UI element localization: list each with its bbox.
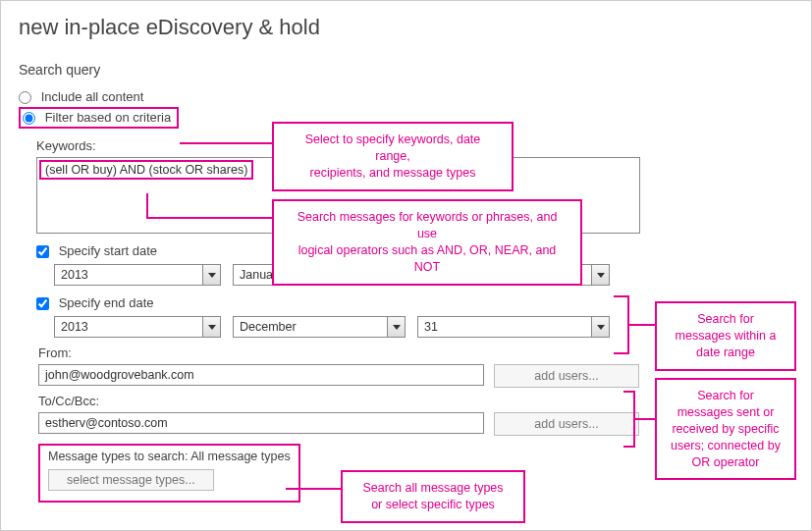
callout-filter-criteria: Select to specify keywords, date range, … (272, 122, 514, 191)
radio-include-all[interactable]: Include all content (19, 89, 793, 104)
connector-users (635, 418, 655, 420)
specify-start-date-label: Specify start date (59, 243, 157, 258)
callout-daterange: Search for messages within a date range (655, 301, 796, 371)
chevron-down-icon (202, 265, 220, 285)
end-month-value: December (240, 320, 297, 334)
chevron-down-icon (202, 317, 220, 337)
from-input[interactable]: john@woodgrovebank.com (38, 364, 484, 386)
end-day-select[interactable]: 31 (417, 316, 610, 338)
end-year-value: 2013 (61, 320, 88, 334)
chevron-down-icon (591, 265, 609, 285)
from-value: john@woodgrovebank.com (45, 368, 194, 382)
start-year-select[interactable]: 2013 (54, 264, 221, 286)
end-year-select[interactable]: 2013 (54, 316, 221, 338)
radio-include-all-label: Include all content (41, 89, 144, 104)
connector-kw-h (146, 217, 272, 219)
specify-start-date-checkbox[interactable] (36, 245, 49, 258)
specify-end-date-label: Specify end date (59, 295, 154, 310)
start-year-value: 2013 (61, 268, 88, 282)
connector-daterange (629, 324, 655, 326)
tocc-input[interactable]: estherv@contoso.com (38, 412, 484, 434)
chevron-down-icon (591, 317, 609, 337)
callout-message-types: Search all message types or select speci… (341, 470, 525, 523)
radio-filter-criteria-label: Filter based on criteria (45, 110, 172, 125)
callout-users: Search for messages sent or received by … (655, 378, 796, 480)
bracket-users (623, 391, 635, 448)
tocc-value: estherv@contoso.com (45, 416, 168, 430)
select-message-types-button[interactable]: select message types... (48, 469, 214, 491)
keywords-value: (sell OR buy) AND (stock OR shares) (39, 160, 253, 180)
radio-filter-criteria[interactable]: Filter based on criteria (19, 107, 179, 129)
end-month-select[interactable]: December (233, 316, 406, 338)
message-types-title: Message types to search: All message typ… (48, 450, 291, 463)
radio-filter-criteria-input[interactable] (23, 112, 35, 125)
section-heading: Search query (19, 62, 793, 78)
bracket-daterange (614, 295, 629, 354)
connector-filter (180, 142, 274, 144)
radio-include-all-input[interactable] (19, 91, 31, 104)
page-title: new in-place eDiscovery & hold (19, 15, 793, 40)
connector-types (286, 488, 341, 490)
connector-kw-v (146, 193, 148, 217)
tocc-add-users-button[interactable]: add users... (494, 412, 639, 436)
message-types-box: Message types to search: All message typ… (38, 444, 300, 503)
callout-keywords: Search messages for keywords or phrases,… (272, 199, 582, 286)
specify-end-date-checkbox[interactable] (36, 297, 49, 310)
chevron-down-icon (387, 317, 405, 337)
end-day-value: 31 (424, 320, 438, 334)
from-add-users-button[interactable]: add users... (494, 364, 639, 388)
